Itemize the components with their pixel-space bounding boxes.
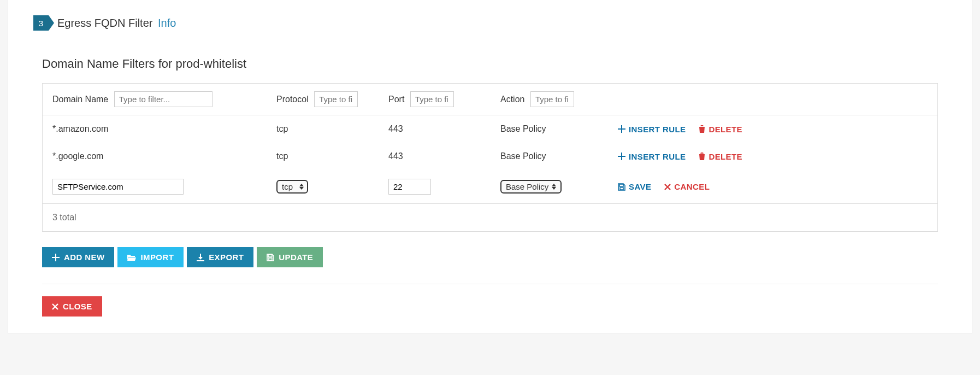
section-title: Egress FQDN Filter Info [57,17,176,30]
cell-port: 443 [388,151,403,161]
column-label-protocol: Protocol [276,95,309,104]
save-button[interactable]: SAVE [618,182,651,191]
cell-domain: *.google.com [52,151,103,161]
filter-input-domain[interactable] [114,91,212,107]
column-header-protocol: Protocol [276,91,388,107]
delete-button[interactable]: DELETE [699,125,742,134]
close-button[interactable]: CLOSE [42,296,102,317]
column-label-domain: Domain Name [52,95,108,104]
export-button[interactable]: EXPORT [187,247,253,267]
table-footer: 3 total [43,203,937,231]
import-button[interactable]: IMPORT [117,247,184,267]
cell-action: Base Policy [500,124,546,133]
column-header-action: Action [500,91,618,107]
section-header: 3 Egress FQDN Filter Info [8,0,972,35]
panel-body: Domain Name Filters for prod-whitelist D… [8,35,972,333]
delete-button[interactable]: DELETE [699,152,742,161]
cell-action: Base Policy [500,151,546,161]
edit-port-input[interactable] [388,179,431,195]
cancel-button[interactable]: CANCEL [664,182,710,191]
action-button-row: ADD NEW IMPORT EXPORT UPDATE [42,247,938,284]
add-new-button[interactable]: ADD NEW [42,247,114,267]
filter-input-action[interactable] [530,91,574,107]
trash-icon [699,125,705,133]
column-header-domain: Domain Name [52,91,276,107]
plus-icon [618,125,625,133]
close-label: CLOSE [63,302,92,311]
cancel-label: CANCEL [674,182,710,191]
save-icon [618,183,625,191]
update-label: UPDATE [279,253,313,262]
column-label-action: Action [500,95,524,104]
edit-protocol-value: tcp [282,182,293,191]
table-filter-row: Domain Name Protocol Port Action [43,84,937,115]
table-edit-row: tcp Base Policy [43,170,937,203]
delete-label: DELETE [709,125,742,134]
export-label: EXPORT [209,253,244,262]
plus-icon [52,254,60,261]
save-label: SAVE [629,182,651,191]
add-new-label: ADD NEW [64,253,104,262]
filter-input-protocol[interactable] [314,91,358,107]
cell-port: 443 [388,124,403,133]
filters-table: Domain Name Protocol Port Action [42,83,938,232]
insert-rule-label: INSERT RULE [629,152,686,161]
panel-title: Domain Name Filters for prod-whitelist [42,57,938,71]
cell-protocol: tcp [276,151,288,161]
edit-domain-input[interactable] [52,179,184,195]
folder-open-icon [127,254,136,261]
insert-rule-button[interactable]: INSERT RULE [618,125,686,134]
section-title-text: Egress FQDN Filter [57,17,152,29]
update-button[interactable]: UPDATE [257,247,323,267]
cell-protocol: tcp [276,124,288,133]
edit-action-value: Base Policy [506,182,548,191]
save-icon [267,254,274,261]
import-label: IMPORT [140,253,174,262]
insert-rule-button[interactable]: INSERT RULE [618,152,686,161]
table-row: *.google.com tcp 443 Base Policy INSERT … [43,143,937,170]
filter-input-port[interactable] [410,91,454,107]
close-icon [664,184,671,190]
select-caret-icon [299,184,304,190]
step-number-badge: 3 [33,15,49,31]
download-icon [197,254,204,261]
insert-rule-label: INSERT RULE [629,125,686,134]
main-panel: 3 Egress FQDN Filter Info Domain Name Fi… [8,0,972,333]
info-link[interactable]: Info [158,17,176,29]
total-count: 3 total [52,213,76,222]
select-caret-icon [552,184,556,190]
step-number: 3 [39,19,43,28]
close-icon [52,303,58,310]
close-row: CLOSE [42,296,938,317]
column-label-port: Port [388,95,404,104]
table-row: *.amazon.com tcp 443 Base Policy INSERT … [43,115,937,143]
plus-icon [618,153,625,160]
trash-icon [699,153,705,160]
edit-action-select[interactable]: Base Policy [500,180,562,194]
column-header-port: Port [388,91,500,107]
cell-domain: *.amazon.com [52,124,108,133]
edit-protocol-select[interactable]: tcp [276,180,308,194]
delete-label: DELETE [709,152,742,161]
